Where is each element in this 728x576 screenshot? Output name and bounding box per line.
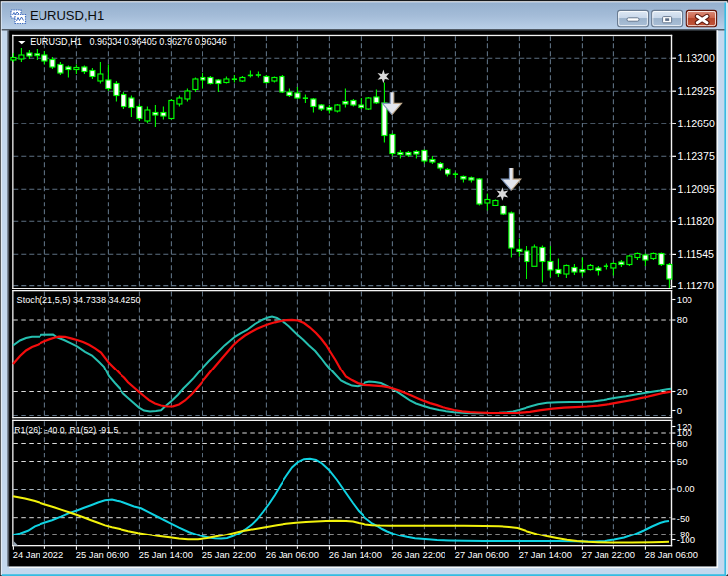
- svg-text:0.00: 0.00: [677, 483, 695, 494]
- svg-text:27 Jan 14:00: 27 Jan 14:00: [519, 549, 572, 560]
- svg-text:1.11820: 1.11820: [678, 215, 715, 227]
- svg-text:100: 100: [677, 294, 692, 305]
- svg-text:0: 0: [677, 405, 682, 416]
- svg-text:100: 100: [677, 427, 692, 438]
- svg-text:1.11270: 1.11270: [678, 280, 715, 291]
- svg-text:20: 20: [677, 386, 688, 397]
- svg-text:25 Jan 14:00: 25 Jan 14:00: [139, 549, 193, 560]
- svg-text:25 Jan 06:00: 25 Jan 06:00: [76, 549, 129, 560]
- svg-text:26 Jan 14:00: 26 Jan 14:00: [329, 549, 382, 560]
- svg-text:25 Jan 22:00: 25 Jan 22:00: [202, 549, 256, 560]
- svg-text:27 Jan 06:00: 27 Jan 06:00: [455, 549, 509, 560]
- svg-text:1.11545: 1.11545: [678, 248, 715, 260]
- svg-text:1.12650: 1.12650: [678, 118, 715, 129]
- svg-text:24 Jan 2022: 24 Jan 2022: [13, 549, 64, 560]
- svg-text:EURUSD,H1 0.96334 0.96405 0.: EURUSD,H1 0.96334 0.96405 0.96276 0.9634…: [30, 37, 227, 47]
- svg-text:Stoch(21,5,5) 34.7338 34.4250: Stoch(21,5,5) 34.7338 34.4250: [17, 294, 141, 305]
- svg-text:80: 80: [677, 438, 688, 449]
- svg-text:R1(26): -40.0, R1(52) -91.5: R1(26): -40.0, R1(52) -91.5: [14, 425, 118, 435]
- svg-text:1.12095: 1.12095: [678, 183, 715, 195]
- svg-text:-100: -100: [677, 535, 695, 545]
- svg-text:-50: -50: [677, 513, 690, 524]
- svg-text:27 Jan 22:00: 27 Jan 22:00: [582, 549, 635, 560]
- svg-text:28 Jan 06:00: 28 Jan 06:00: [645, 549, 698, 560]
- svg-text:26 Jan 06:00: 26 Jan 06:00: [266, 549, 319, 560]
- svg-text:1.13200: 1.13200: [678, 52, 715, 64]
- svg-text:1.12925: 1.12925: [678, 85, 715, 97]
- svg-text:EURUSD,H1: EURUSD,H1: [30, 8, 104, 23]
- svg-text:80: 80: [677, 314, 688, 325]
- svg-text:1.12375: 1.12375: [678, 150, 715, 162]
- svg-text:50: 50: [677, 456, 688, 467]
- svg-text:26 Jan 22:00: 26 Jan 22:00: [392, 549, 445, 560]
